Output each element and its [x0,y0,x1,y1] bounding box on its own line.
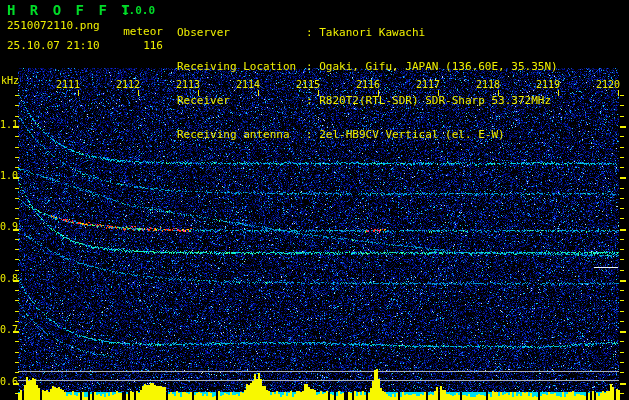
colon: : [306,60,313,73]
receiver-value: R820T2(RTL-SDR) SDR-Sharp 53.372MHz [319,94,551,107]
time-tick-label: 2114 [232,80,264,90]
antenna-row: Receiving antenna: 2el-HB9CV Vertical (e… [177,129,558,141]
hrofft-window: H R O F F T 1.0.0 2510072110.png meteor … [0,0,629,400]
observer-label: Observer [177,27,306,38]
time-tick-label: 2115 [292,80,324,90]
time-tick-label: 2112 [112,80,144,90]
receiver-row: Receiver: R820T2(RTL-SDR) SDR-Sharp 53.3… [177,95,558,107]
freq-tick-label: 1.1 [0,120,15,130]
observer-row: Observer: Takanori Kawachi [177,27,558,39]
time-tick-label: 2111 [52,80,84,90]
freq-tick-label: 0.9 [0,222,15,232]
antenna-label: Receiving antenna [177,129,306,140]
freq-tick-label: 0.8 [0,274,15,284]
observer-value: Takanori Kawachi [319,26,425,39]
time-tick-label: 2119 [532,80,564,90]
colon: : [306,26,313,39]
output-filename: 2510072110.png [7,20,100,31]
time-tick-label: 2116 [352,80,384,90]
mode-label: meteor [123,26,163,37]
echo-count: 116 [123,40,163,51]
location-label: Receiving Location [177,61,306,72]
time-tick-label: 2117 [412,80,444,90]
freq-axis-unit: kHz [1,76,19,86]
receiver-label: Receiver [177,95,306,106]
time-tick-label: 2118 [472,80,504,90]
time-tick-label: 2113 [172,80,204,90]
freq-tick-label: 0.7 [0,325,15,335]
datetime-label: 25.10.07 21:10 [7,40,100,51]
colon: : [306,94,313,107]
location-value: Ogaki, Gifu, JAPAN (136.60E, 35.35N) [319,60,557,73]
freq-tick-label: 0.6 [0,377,15,387]
antenna-value: 2el-HB9CV Vertical (el. E-W) [319,128,504,141]
app-title: H R O F F T [7,3,133,17]
freq-tick-label: 1.0 [0,171,15,181]
colon: : [306,128,313,141]
time-tick-label: 2120 [592,80,624,90]
location-row: Receiving Location: Ogaki, Gifu, JAPAN (… [177,61,558,73]
app-version: 1.0.0 [122,5,155,16]
